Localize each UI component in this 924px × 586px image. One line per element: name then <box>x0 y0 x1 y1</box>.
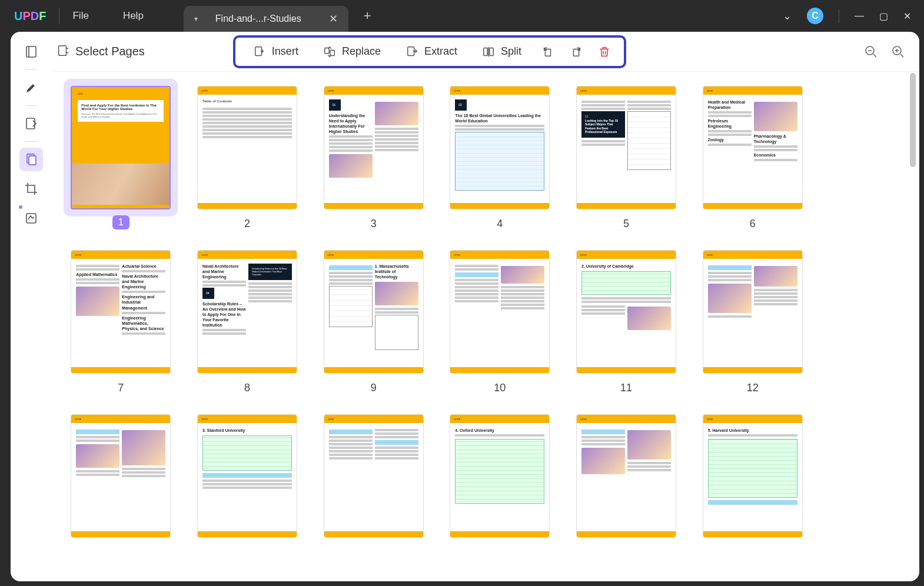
tab-title: Find-and-...r-Studies <box>215 14 318 24</box>
minimize-icon[interactable]: — <box>855 11 864 21</box>
tab-dropdown-icon[interactable]: ▾ <box>194 15 198 23</box>
menu-file[interactable]: File <box>72 10 88 22</box>
chevron-down-icon[interactable]: ⌄ <box>783 9 792 22</box>
close-icon[interactable]: ✕ <box>903 11 911 22</box>
tab-bar: ▾ Find-and-...r-Studies ✕ + <box>184 0 371 32</box>
menu-help[interactable]: Help <box>123 10 144 22</box>
user-avatar[interactable]: C <box>807 8 823 24</box>
separator <box>839 9 839 23</box>
app-logo: UPDF <box>14 9 46 23</box>
maximize-icon[interactable]: ▢ <box>879 11 888 22</box>
new-tab-button[interactable]: + <box>364 8 371 24</box>
title-bar: UPDF File Help ▾ Find-and-...r-Studies ✕… <box>0 0 924 32</box>
tab-close-icon[interactable]: ✕ <box>329 12 338 25</box>
document-tab[interactable]: ▾ Find-and-...r-Studies ✕ <box>184 6 348 32</box>
separator <box>59 8 59 24</box>
window-controls: ⌄ C — ▢ ✕ <box>783 8 911 24</box>
